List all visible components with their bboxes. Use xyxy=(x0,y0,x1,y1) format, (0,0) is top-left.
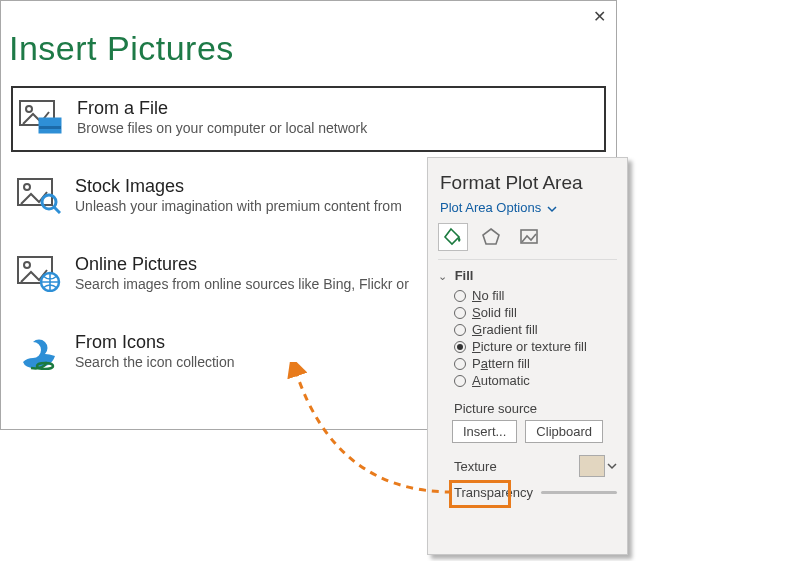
option-title: Online Pictures xyxy=(75,254,409,275)
radio-pattern-fill[interactable]: Pattern fill xyxy=(454,355,619,372)
picture-source-label: Picture source xyxy=(428,393,627,420)
clipboard-button[interactable]: Clipboard xyxy=(525,420,603,443)
transparency-label: Transparency xyxy=(454,485,533,500)
transparency-slider[interactable] xyxy=(541,491,617,494)
dialog-title: Insert Pictures xyxy=(9,29,616,68)
radio-gradient-fill[interactable]: Gradient fill xyxy=(454,321,619,338)
texture-swatch[interactable] xyxy=(579,455,605,477)
pane-subtitle-text: Plot Area Options xyxy=(440,200,541,215)
option-from-file[interactable]: From a File Browse files on your compute… xyxy=(11,86,606,152)
paint-bucket-icon xyxy=(443,227,463,247)
radio-picture-texture-fill[interactable]: Picture or texture fill xyxy=(454,338,619,355)
pentagon-icon xyxy=(481,227,501,247)
svg-rect-2 xyxy=(39,118,61,133)
effects-tab[interactable] xyxy=(476,223,506,251)
chevron-down-icon xyxy=(547,204,557,214)
close-icon[interactable]: ✕ xyxy=(593,7,606,26)
file-picture-icon xyxy=(19,100,63,136)
fill-radio-group: No fill Solid fill Gradient fill Picture… xyxy=(428,287,627,393)
fill-line-tab[interactable] xyxy=(438,223,468,251)
stock-images-icon xyxy=(17,178,61,214)
section-label: Fill xyxy=(455,268,474,283)
svg-point-9 xyxy=(24,262,30,268)
option-desc: Search the icon collection xyxy=(75,354,235,370)
radio-no-fill[interactable]: No fill xyxy=(454,287,619,304)
option-title: From Icons xyxy=(75,332,235,353)
plot-area-options-dropdown[interactable]: Plot Area Options xyxy=(440,200,557,215)
icons-duck-icon xyxy=(17,334,61,370)
online-pictures-icon xyxy=(17,256,61,292)
svg-point-1 xyxy=(26,106,32,112)
radio-solid-fill[interactable]: Solid fill xyxy=(454,304,619,321)
chevron-down-icon: ⌄ xyxy=(438,270,447,283)
pane-category-tabs xyxy=(428,223,627,257)
svg-rect-3 xyxy=(39,126,61,129)
picture-icon xyxy=(519,227,539,247)
option-title: From a File xyxy=(77,98,367,119)
radio-automatic[interactable]: Automatic xyxy=(454,372,619,389)
format-plot-area-pane: Format Plot Area Plot Area Options ⌄ xyxy=(427,157,628,555)
svg-point-5 xyxy=(24,184,30,190)
svg-line-7 xyxy=(54,207,60,213)
svg-marker-12 xyxy=(483,229,499,244)
size-properties-tab[interactable] xyxy=(514,223,544,251)
option-desc: Search images from online sources like B… xyxy=(75,276,409,292)
pane-title: Format Plot Area xyxy=(428,158,627,200)
option-title: Stock Images xyxy=(75,176,402,197)
option-desc: Unleash your imagination with premium co… xyxy=(75,198,402,214)
svg-point-6 xyxy=(42,195,56,209)
chevron-down-icon xyxy=(607,461,617,471)
option-desc: Browse files on your computer or local n… xyxy=(77,120,367,136)
fill-section-header[interactable]: ⌄ Fill xyxy=(428,260,627,287)
texture-label: Texture xyxy=(454,459,497,474)
insert-button[interactable]: Insert... xyxy=(452,420,517,443)
